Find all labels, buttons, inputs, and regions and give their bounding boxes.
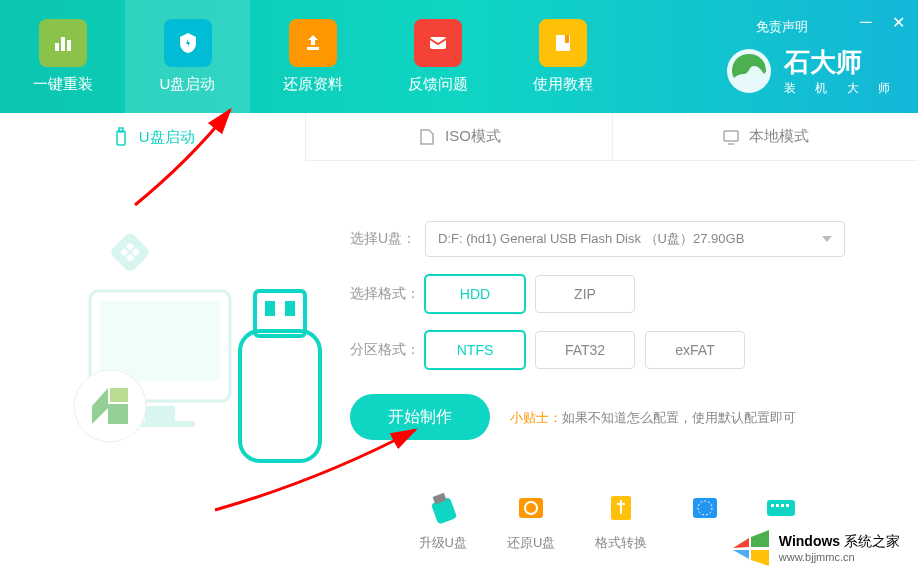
usb-illustration [40, 191, 350, 491]
format-label: 选择格式： [350, 285, 425, 303]
tip-label: 小贴士： [510, 410, 562, 425]
usb-upgrade-icon [425, 490, 461, 526]
monitor-icon [721, 127, 741, 147]
tab-iso-mode[interactable]: ISO模式 [306, 113, 612, 161]
tool-label: 还原U盘 [507, 534, 555, 552]
nav-feedback[interactable]: 反馈问题 [375, 0, 500, 113]
restore-icon [513, 490, 549, 526]
svg-rect-1 [61, 37, 65, 51]
usb-select-dropdown[interactable]: D:F: (hd1) General USB Flash Disk （U盘）27… [425, 221, 845, 257]
config-form: 选择U盘： D:F: (hd1) General USB Flash Disk … [350, 191, 918, 552]
format-option-zip[interactable]: ZIP [535, 275, 635, 313]
start-create-button[interactable]: 开始制作 [350, 394, 490, 440]
svg-rect-6 [565, 35, 569, 43]
logo: 石大师 装 机 大 师 [724, 45, 898, 97]
disc-icon [687, 490, 723, 526]
dropdown-value: D:F: (hd1) General USB Flash Disk （U盘）27… [438, 230, 744, 248]
disclaimer-link[interactable]: 免责声明 [756, 18, 808, 36]
nav-bar: 一键重装 U盘启动 还原资料 反馈问题 使用教程 [0, 0, 625, 113]
watermark-url: www.bjjmmc.cn [779, 551, 900, 563]
nav-restore[interactable]: 还原资料 [250, 0, 375, 113]
nav-tutorial[interactable]: 使用教程 [500, 0, 625, 113]
nav-reinstall[interactable]: 一键重装 [0, 0, 125, 113]
partition-option-ntfs[interactable]: NTFS [425, 331, 525, 369]
book-icon [539, 19, 587, 67]
tool-format-convert[interactable]: 格式转换 [595, 490, 647, 552]
window-controls: ─ ✕ [856, 12, 908, 32]
partition-label: 分区格式： [350, 341, 425, 359]
nav-label: 一键重装 [33, 75, 93, 94]
svg-rect-2 [67, 40, 71, 51]
tool-label: 升级U盘 [419, 534, 467, 552]
shield-icon [164, 19, 212, 67]
upload-icon [289, 19, 337, 67]
usb-select-label: 选择U盘： [350, 230, 425, 248]
app-header: 一键重装 U盘启动 还原资料 反馈问题 使用教程 免责声明 [0, 0, 918, 113]
tab-local-mode[interactable]: 本地模式 [613, 113, 918, 161]
watermark-subtitle: 系统之家 [844, 533, 900, 549]
close-button[interactable]: ✕ [888, 12, 908, 32]
svg-rect-19 [285, 301, 295, 316]
logo-title: 石大师 [784, 45, 898, 80]
watermark: Windows 系统之家 www.bjjmmc.cn [723, 522, 908, 574]
nav-usb-boot[interactable]: U盘启动 [125, 0, 250, 113]
nav-label: 使用教程 [533, 75, 593, 94]
chart-icon [39, 19, 87, 67]
svg-rect-18 [265, 301, 275, 316]
minimize-button[interactable]: ─ [856, 12, 876, 32]
svg-rect-8 [117, 131, 125, 145]
iso-icon [417, 127, 437, 147]
nav-label: 反馈问题 [408, 75, 468, 94]
svg-rect-31 [776, 504, 779, 507]
svg-rect-0 [55, 43, 59, 51]
svg-rect-33 [786, 504, 789, 507]
windows-logo-icon [731, 530, 771, 566]
convert-icon [603, 490, 639, 526]
svg-rect-9 [119, 128, 123, 132]
tab-label: ISO模式 [445, 127, 501, 146]
tool-restore-usb[interactable]: 还原U盘 [507, 490, 555, 552]
format-option-hdd[interactable]: HDD [425, 275, 525, 313]
tool-label: 格式转换 [595, 534, 647, 552]
svg-rect-20 [109, 231, 151, 273]
chevron-down-icon [822, 236, 832, 242]
tab-label: U盘启动 [139, 128, 195, 147]
nav-label: 还原资料 [283, 75, 343, 94]
partition-option-exfat[interactable]: exFAT [645, 331, 745, 369]
svg-rect-30 [771, 504, 774, 507]
nav-label: U盘启动 [160, 75, 216, 94]
svg-rect-32 [781, 504, 784, 507]
svg-rect-13 [100, 301, 220, 381]
logo-icon [724, 46, 774, 96]
svg-rect-14 [145, 406, 175, 421]
tip-text: 如果不知道怎么配置，使用默认配置即可 [562, 410, 796, 425]
main-content: 选择U盘： D:F: (hd1) General USB Flash Disk … [0, 161, 918, 552]
mail-icon [414, 19, 462, 67]
svg-rect-16 [240, 331, 320, 461]
usb-icon [111, 127, 131, 147]
tab-label: 本地模式 [749, 127, 809, 146]
tool-item-4[interactable] [687, 490, 723, 552]
svg-rect-10 [724, 131, 738, 141]
partition-option-fat32[interactable]: FAT32 [535, 331, 635, 369]
keyboard-icon [763, 490, 799, 526]
svg-rect-3 [307, 47, 319, 50]
mode-tabs: U盘启动 ISO模式 本地模式 [0, 113, 918, 161]
logo-subtitle: 装 机 大 师 [784, 80, 898, 97]
tool-upgrade-usb[interactable]: 升级U盘 [419, 490, 467, 552]
svg-rect-29 [767, 500, 795, 516]
tab-usb-boot[interactable]: U盘启动 [0, 113, 306, 161]
watermark-title: Windows [779, 533, 840, 549]
